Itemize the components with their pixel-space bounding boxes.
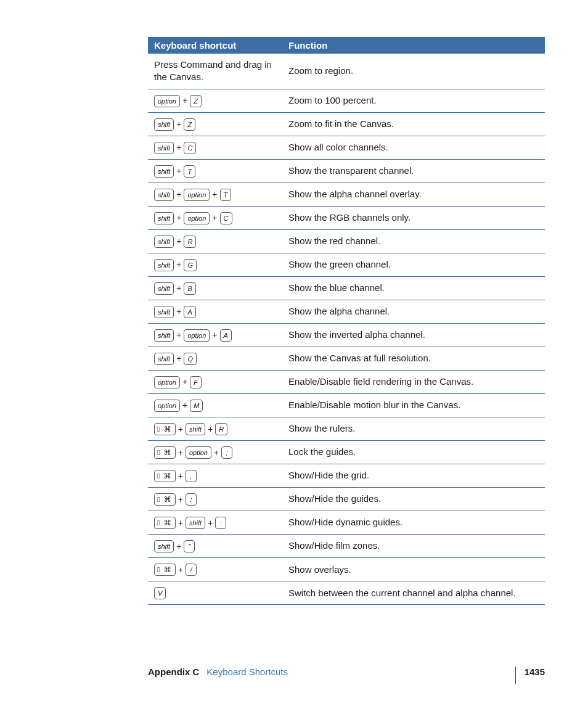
footer-title: Keyboard Shortcuts	[206, 667, 288, 677]
letter-key: ;	[221, 446, 232, 459]
shortcut-cell: shift+B	[148, 276, 282, 300]
plus-icon: +	[212, 189, 217, 200]
shortcut-text: Press Command and drag in the Canvas.	[154, 59, 272, 82]
option-key: option	[154, 400, 180, 412]
shortcuts-table: Keyboard shortcut Function Press Command…	[148, 37, 545, 605]
command-key-icon:  ⌘	[154, 423, 176, 435]
option-key: option	[186, 446, 211, 459]
plus-icon: +	[176, 212, 181, 224]
function-cell: Show/Hide film zones.	[282, 535, 545, 558]
col-header-function: Function	[282, 37, 545, 54]
function-cell: Show all color channels.	[282, 136, 545, 159]
letter-key: ;	[186, 493, 197, 506]
command-key-icon:  ⌘	[154, 517, 176, 529]
table-row: shift+BShow the blue channel.	[148, 276, 545, 300]
option-key: option	[184, 212, 210, 224]
shift-key: shift	[154, 165, 174, 178]
shortcut-cell:  ⌘+/	[148, 558, 282, 581]
command-key-icon:  ⌘	[154, 446, 176, 459]
shortcut-cell:  ⌘+shift+:	[148, 511, 282, 535]
function-cell: Lock the guides.	[282, 440, 545, 464]
shortcut-cell: shift+option+T	[148, 183, 282, 206]
letter-key: R	[215, 423, 227, 435]
letter-key: A	[220, 329, 232, 342]
table-row: option+ZZoom to 100 percent.	[148, 89, 545, 112]
function-cell: Enable/Disable motion blur in the Canvas…	[282, 393, 545, 417]
shortcut-cell: shift+Z	[148, 112, 282, 136]
plus-icon: +	[178, 494, 183, 506]
table-row: VSwitch between the current channel and …	[148, 581, 545, 605]
table-row: Press Command and drag in the Canvas.Zoo…	[148, 54, 545, 89]
plus-icon: +	[178, 424, 183, 435]
table-row:  ⌘+option+;Lock the guides.	[148, 440, 545, 464]
command-key-icon:  ⌘	[154, 470, 176, 482]
function-cell: Zoom to fit in the Canvas.	[282, 112, 545, 136]
shortcut-cell: option+F	[148, 370, 282, 393]
plus-icon: +	[178, 470, 183, 482]
table-row: shift+CShow all color channels.	[148, 136, 545, 159]
option-key: option	[184, 189, 210, 201]
function-cell: Enable/Disable field rendering in the Ca…	[282, 370, 545, 393]
plus-icon: +	[212, 329, 217, 341]
function-cell: Zoom to region.	[282, 54, 545, 89]
letter-key: R	[184, 236, 196, 248]
shortcut-cell: shift+T	[148, 159, 282, 183]
shift-key: shift	[154, 259, 174, 271]
shortcut-cell: option+M	[148, 393, 282, 417]
shortcut-cell:  ⌘+;	[148, 488, 282, 511]
command-key-icon:  ⌘	[154, 493, 176, 506]
table-row: shift+ZZoom to fit in the Canvas.	[148, 112, 545, 136]
shortcut-cell: shift+C	[148, 136, 282, 159]
function-cell: Show the RGB channels only.	[282, 206, 545, 229]
plus-icon: +	[176, 306, 181, 318]
function-cell: Show the transparent channel.	[282, 159, 545, 183]
shift-key: shift	[186, 517, 205, 529]
shift-key: shift	[154, 329, 174, 342]
option-key: option	[184, 329, 210, 342]
plus-icon: +	[208, 424, 213, 435]
function-cell: Switch between the current channel and a…	[282, 581, 545, 605]
letter-key: A	[184, 306, 195, 318]
page-footer: Appendix C Keyboard Shortcuts 1435	[148, 667, 545, 680]
table-row:  ⌘+shift+:Show/Hide dynamic guides.	[148, 511, 545, 535]
plus-icon: +	[176, 353, 181, 364]
letter-key: Z	[184, 118, 195, 131]
letter-key: G	[184, 259, 197, 271]
function-cell: Show the red channel.	[282, 229, 545, 253]
function-cell: Show/Hide the guides.	[282, 488, 545, 511]
shift-key: shift	[154, 306, 174, 318]
function-cell: Show the blue channel.	[282, 276, 545, 300]
plus-icon: +	[176, 541, 181, 552]
shortcut-cell: Press Command and drag in the Canvas.	[148, 54, 282, 89]
letter-key: T	[220, 189, 232, 201]
plus-icon: +	[178, 564, 183, 576]
shift-key: shift	[154, 142, 174, 154]
command-key-icon:  ⌘	[154, 564, 176, 576]
letter-key: B	[184, 282, 195, 295]
letter-key: "	[184, 540, 195, 552]
function-cell: Show the alpha channel overlay.	[282, 183, 545, 206]
letter-key: V	[154, 587, 166, 599]
shortcut-cell: shift+"	[148, 535, 282, 558]
letter-key: Z	[190, 95, 202, 107]
option-key: option	[154, 376, 180, 388]
table-row: shift+QShow the Canvas at full resolutio…	[148, 347, 545, 370]
shortcut-cell: V	[148, 581, 282, 605]
shortcut-cell: option+Z	[148, 89, 282, 112]
shift-key: shift	[154, 282, 174, 295]
plus-icon: +	[214, 447, 219, 459]
footer-appendix: Appendix C	[148, 667, 199, 677]
shortcut-cell: shift+Q	[148, 347, 282, 370]
letter-key: /	[186, 564, 197, 576]
plus-icon: +	[212, 212, 217, 224]
letter-key: M	[190, 400, 203, 412]
table-row: shift+TShow the transparent channel.	[148, 159, 545, 183]
plus-icon: +	[176, 259, 181, 271]
plus-icon: +	[176, 165, 181, 177]
table-row:  ⌘+/Show overlays.	[148, 558, 545, 581]
shortcut-cell: shift+G	[148, 253, 282, 276]
shortcut-cell:  ⌘+shift+R	[148, 417, 282, 440]
letter-key: :	[215, 517, 226, 529]
footer-divider	[515, 667, 516, 684]
table-row: shift+"Show/Hide film zones.	[148, 535, 545, 558]
